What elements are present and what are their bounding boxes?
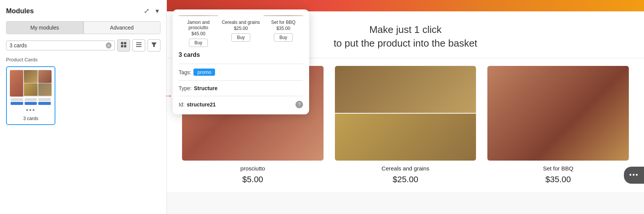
svg-rect-3 — [124, 45, 126, 47]
popup-product-1: Cereals and grains $25.00 Buy — [221, 20, 261, 47]
svg-rect-2 — [121, 45, 123, 47]
view-list-button[interactable] — [132, 39, 145, 52]
popup-product-name-0: Jamon and prosciutto — [179, 20, 218, 30]
sidebar-title: Modules — [6, 7, 34, 15]
popup-product-img-jamon — [179, 16, 218, 16]
popup-product-price-0: $45.00 — [179, 31, 218, 36]
popup-buy-btn-0[interactable]: Buy — [189, 39, 208, 47]
popup-id-row: Id: structure21 ? — [179, 101, 303, 108]
tab-my-modules[interactable]: My modules — [6, 21, 83, 34]
search-input-wrap: ✕ — [6, 41, 115, 50]
main-product-name-0: prosciutto — [240, 165, 265, 172]
module-card[interactable]: ••• 3 cards — [6, 66, 55, 125]
svg-rect-5 — [136, 44, 141, 45]
section-label: Product Cards — [6, 57, 160, 62]
popup-buy-btn-1[interactable]: Buy — [231, 33, 251, 42]
search-row: ✕ — [6, 39, 160, 52]
svg-marker-7 — [151, 42, 157, 47]
main-product-1: Cereals and grains $25.00 — [335, 66, 476, 184]
popup-tags-label: Tags: — [179, 69, 191, 75]
main-product-name-1: Cereals and grains — [382, 165, 429, 172]
svg-rect-1 — [124, 42, 126, 44]
popup-product-img-bbq — [264, 16, 303, 16]
tab-advanced[interactable]: Advanced — [83, 21, 161, 34]
main-product-img-2 — [487, 66, 629, 161]
svg-rect-0 — [121, 42, 123, 44]
search-clear-button[interactable]: ✕ — [106, 42, 112, 48]
popup-divider-1 — [179, 64, 303, 64]
popup-product-name-2: Set for BBQ — [264, 20, 303, 25]
popup-id-value: structure21 — [187, 102, 216, 108]
card-dots: ••• — [10, 106, 52, 114]
popup-product-0: Jamon and prosciutto $45.00 Buy — [179, 20, 218, 47]
main-product-price-0: $5.00 — [242, 175, 263, 184]
popup-product-images — [179, 16, 303, 16]
svg-rect-4 — [136, 42, 141, 43]
popup-divider-2 — [179, 80, 303, 81]
module-popup: Jamon and prosciutto $45.00 Buy Cereals … — [173, 9, 309, 114]
popup-product-2: Set for BBQ $35.00 Buy — [264, 20, 303, 47]
arrow-right-icon: → — [164, 91, 173, 101]
tabs: My modules Advanced — [6, 21, 160, 34]
popup-product-name-1: Cereals and grains — [221, 20, 261, 25]
popup-buy-btn-2[interactable]: Buy — [274, 33, 293, 42]
popup-tags-row: Tags: promo — [179, 69, 303, 76]
popup-product-img-grain — [221, 16, 261, 16]
main-product-img-1 — [335, 66, 476, 161]
popup-type-value: Structure — [194, 85, 217, 91]
view-grid-button[interactable] — [117, 39, 130, 52]
popup-product-price-1: $25.00 — [221, 26, 261, 31]
popup-divider-3 — [179, 96, 303, 96]
filter-button[interactable] — [148, 39, 160, 52]
sidebar-header-icons: ⤢ ▾ — [142, 6, 160, 16]
popup-type-label: Type: — [179, 85, 192, 91]
card-label: 3 cards — [10, 116, 52, 121]
main-product-price-1: $25.00 — [393, 175, 418, 184]
popup-tag: promo — [193, 69, 215, 76]
main-product-price-2: $35.00 — [545, 175, 571, 184]
main-product-2: Set for BBQ $35.00 — [487, 66, 629, 184]
popup-title: 3 cards — [179, 52, 303, 58]
chevron-down-button[interactable]: ▾ — [154, 6, 160, 16]
popup-help-button[interactable]: ? — [295, 101, 303, 108]
module-card-thumbnail — [10, 70, 52, 97]
search-input[interactable] — [9, 42, 106, 48]
main-product-name-2: Set for BBQ — [543, 165, 573, 172]
floating-chat-button[interactable]: ••• — [624, 167, 644, 184]
popup-product-price-2: $35.00 — [264, 26, 303, 31]
popup-id-label: Id: — [179, 102, 185, 108]
sidebar-header: Modules ⤢ ▾ — [6, 6, 160, 16]
sidebar: Modules ⤢ ▾ My modules Advanced ✕ Produc… — [0, 0, 167, 214]
svg-rect-6 — [136, 46, 141, 47]
popup-type-row: Type: Structure — [179, 85, 303, 91]
expand-button[interactable]: ⤢ — [142, 6, 151, 16]
